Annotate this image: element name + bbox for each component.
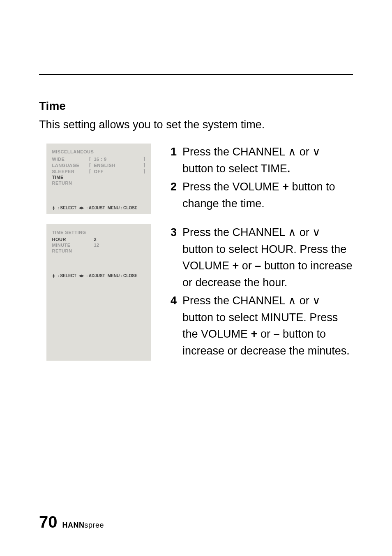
row-2: TIME SETTING HOUR2 MINUTE12 RETURN ▲▼ : … xyxy=(39,224,353,361)
osd-row-selected: HOUR2 xyxy=(52,236,145,242)
osd-rows: HOUR2 MINUTE12 RETURN xyxy=(52,236,145,254)
osd-title: MISCELLANEOUS xyxy=(52,149,145,154)
osd-title: TIME SETTING xyxy=(52,230,145,235)
left-right-arrow-icon: ◀▶ xyxy=(79,274,84,278)
brand-logo: HANNspree xyxy=(62,521,104,530)
steps-list-b: 3 Press the CHANNEL ∧ or ∨ button to sel… xyxy=(171,224,353,359)
osd-row-selected: TIME xyxy=(52,174,145,180)
section-title: Time xyxy=(39,100,353,113)
osd-rows: WIDE⌈16 : 9⌉ LANGUAGE⌈ENGLISH⌉ SLEEPER⌈O… xyxy=(52,156,145,186)
osd-row: MINUTE12 xyxy=(52,242,145,248)
step-2: 2 Press the VOLUME + button to change th… xyxy=(171,178,353,212)
step-1: 1 Press the CHANNEL ∧ or ∨ button to sel… xyxy=(171,144,353,177)
osd-footer: ▲▼ : SELECT ◀▶ : ADJUST MENU : CLOSE xyxy=(52,273,145,278)
page-footer: 70 HANNspree xyxy=(39,513,104,531)
page-number: 70 xyxy=(39,513,58,531)
step-4: 4 Press the CHANNEL ∧ or ∨ button to sel… xyxy=(171,292,353,359)
osd-panel-time-setting: TIME SETTING HOUR2 MINUTE12 RETURN ▲▼ : … xyxy=(46,224,151,361)
osd-row: WIDE⌈16 : 9⌉ xyxy=(52,156,145,162)
osd-footer: ▲▼ : SELECT ◀▶ : ADJUST MENU : CLOSE xyxy=(52,206,145,210)
up-down-arrow-icon: ▲▼ xyxy=(52,206,55,210)
steps-list-a: 1 Press the CHANNEL ∧ or ∨ button to sel… xyxy=(171,144,353,212)
section-intro: This setting allows you to set the syste… xyxy=(39,118,353,131)
osd-row: LANGUAGE⌈ENGLISH⌉ xyxy=(52,162,145,168)
left-right-arrow-icon: ◀▶ xyxy=(79,206,84,210)
up-down-arrow-icon: ▲▼ xyxy=(52,274,55,278)
row-1: MISCELLANEOUS WIDE⌈16 : 9⌉ LANGUAGE⌈ENGL… xyxy=(39,144,353,214)
osd-row: SLEEPER⌈OFF⌉ xyxy=(52,168,145,174)
step-3: 3 Press the CHANNEL ∧ or ∨ button to sel… xyxy=(171,224,353,291)
divider xyxy=(39,74,353,75)
osd-panel-miscellaneous: MISCELLANEOUS WIDE⌈16 : 9⌉ LANGUAGE⌈ENGL… xyxy=(46,144,151,214)
osd-row: RETURN xyxy=(52,248,145,254)
osd-row: RETURN xyxy=(52,180,145,186)
